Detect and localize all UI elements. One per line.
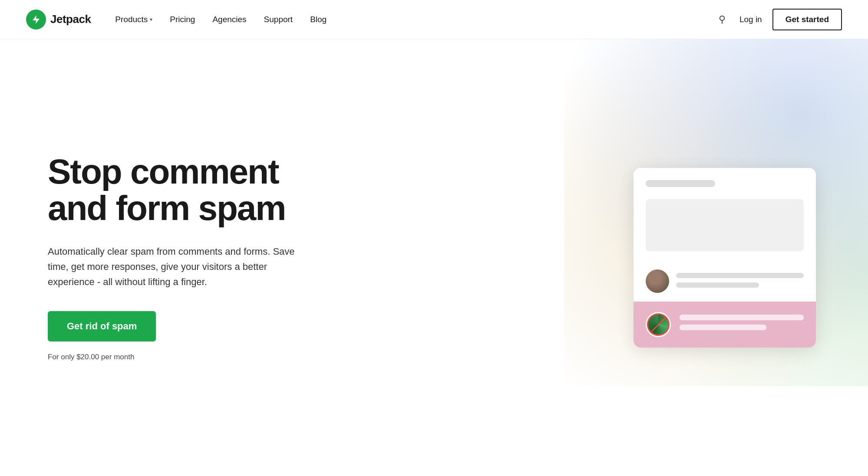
products-chevron-icon: ▾ (150, 16, 152, 23)
mockup-avatar (646, 269, 669, 293)
mockup-image-placeholder (646, 199, 804, 251)
search-icon: ⚲ (719, 14, 726, 25)
main-nav: Products ▾ Pricing Agencies Support Blog (108, 11, 333, 28)
nav-products[interactable]: Products ▾ (108, 11, 159, 28)
mockup-spam-avatar (646, 312, 671, 337)
jetpack-bolt-icon (31, 14, 41, 25)
mockup-line-2 (676, 282, 759, 288)
mockup-comment-lines (676, 269, 804, 292)
spam-ban-icon (647, 313, 670, 336)
mockup-spam-line-2 (680, 325, 766, 330)
svg-marker-0 (33, 15, 40, 24)
mockup-spam-lines (680, 315, 804, 335)
hero-illustration (634, 168, 816, 348)
mockup-card (634, 168, 816, 348)
site-header: Jetpack Products ▾ Pricing Agencies Supp… (0, 0, 868, 39)
hero-description: Automatically clear spam from comments a… (48, 244, 308, 290)
mockup-line-1 (676, 273, 804, 278)
mockup-comment-row (646, 264, 804, 302)
hero-content: Stop comment and form spam Automatically… (0, 154, 339, 362)
nav-pricing[interactable]: Pricing (163, 11, 202, 28)
mockup-top-bar (646, 180, 715, 187)
mockup-avatar-image (646, 269, 669, 293)
hero-section: Stop comment and form spam Automatically… (0, 39, 868, 476)
nav-agencies[interactable]: Agencies (205, 11, 253, 28)
mockup-spam-line-1 (680, 315, 804, 320)
cta-button[interactable]: Get rid of spam (48, 311, 156, 341)
nav-blog[interactable]: Blog (303, 11, 333, 28)
nav-support[interactable]: Support (257, 11, 300, 28)
get-started-button[interactable]: Get started (772, 9, 842, 30)
mockup-spam-row (634, 302, 816, 348)
login-button[interactable]: Log in (739, 15, 762, 24)
header-right: ⚲ Log in Get started (715, 9, 842, 30)
logo-icon (26, 10, 46, 30)
logo-text: Jetpack (50, 13, 91, 26)
logo-link[interactable]: Jetpack (26, 10, 91, 30)
price-note: For only $20.00 per month (48, 353, 339, 361)
header-left: Jetpack Products ▾ Pricing Agencies Supp… (26, 10, 333, 30)
search-button[interactable]: ⚲ (715, 12, 729, 27)
hero-title: Stop comment and form spam (48, 154, 339, 227)
